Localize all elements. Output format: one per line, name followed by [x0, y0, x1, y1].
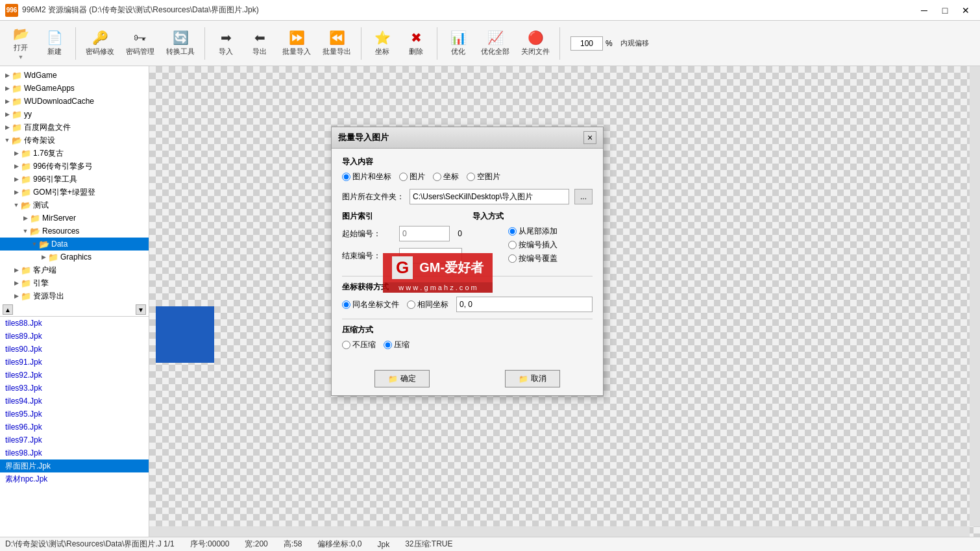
- file-item-tiles88[interactable]: tiles88.Jpk: [0, 317, 149, 330]
- convert-button[interactable]: 🔄 转换工具: [162, 25, 199, 62]
- new-button[interactable]: 📄 新建: [39, 25, 70, 62]
- radio-insert[interactable]: 按编号插入: [508, 239, 557, 251]
- tree-item-176[interactable]: ▶ 📁 1.76复古: [0, 147, 149, 160]
- index-method-section: 图片索引 起始编号： 0 结束编号： 导入方式 从尾部添加: [342, 211, 593, 271]
- coord-value-input[interactable]: [456, 297, 593, 312]
- radio-same-coords[interactable]: 相同坐标: [407, 299, 448, 310]
- scroll-up-button[interactable]: ▲: [3, 304, 13, 315]
- offset-button[interactable]: 内观偏移: [615, 25, 654, 62]
- tree-item-engine[interactable]: ▶ 📁 引擎: [0, 276, 149, 289]
- tree-item-wudownload[interactable]: ▶ 📁 WUDownloadCache: [0, 95, 149, 108]
- radio-append[interactable]: 从尾部添加: [508, 226, 557, 237]
- folder-browse-button[interactable]: ...: [574, 189, 593, 204]
- status-compression: 32压缩:TRUE: [405, 539, 452, 550]
- tree-item-wdgame[interactable]: ▶ 📁 WdGame: [0, 69, 149, 82]
- radio-same-name-coords[interactable]: 同名坐标文件: [342, 299, 399, 310]
- tree-item-996multi[interactable]: ▶ 📁 996传奇引擎多弓: [0, 160, 149, 173]
- horizontal-scrollbar[interactable]: [149, 526, 970, 537]
- file-item-npc[interactable]: 素材npc.Jpk: [0, 472, 149, 485]
- optimize-all-button[interactable]: 📈 优化全部: [476, 25, 514, 62]
- file-item-tiles95[interactable]: tiles95.Jpk: [0, 408, 149, 421]
- optimize-button[interactable]: 📊 优化: [443, 25, 474, 62]
- file-item-tiles90[interactable]: tiles90.Jpk: [0, 343, 149, 356]
- zoom-unit: %: [606, 39, 613, 48]
- close-file-button[interactable]: 🔴 关闭文件: [517, 25, 554, 62]
- radio-no-compress[interactable]: 不压缩: [342, 339, 376, 350]
- coords-button[interactable]: ⭐ 坐标: [367, 25, 398, 62]
- tree-item-data[interactable]: ▼ 📂 Data: [0, 238, 149, 251]
- tree-item-yy[interactable]: ▶ 📁 yy: [0, 108, 149, 121]
- confirm-label: 确定: [400, 373, 416, 384]
- compression-options: 不压缩 压缩: [342, 339, 593, 350]
- radio-compress[interactable]: 压缩: [384, 339, 410, 350]
- file-item-tiles96[interactable]: tiles96.Jpk: [0, 421, 149, 434]
- start-index-row: 起始编号： 0: [342, 226, 462, 241]
- zoom-input[interactable]: [570, 36, 603, 51]
- window-title: 996M2 资源编辑器 (D:\传奇架设\测试\Resources\Data\界…: [22, 5, 259, 16]
- maximize-button[interactable]: □: [936, 3, 954, 18]
- radio-empty-pic[interactable]: 空图片: [467, 171, 500, 182]
- password-modify-button[interactable]: 🔑 密码修改: [81, 25, 119, 62]
- tree-item-graphics[interactable]: ▶ 📁 Graphics: [0, 251, 149, 263]
- import-button[interactable]: ➡ 导入: [210, 25, 241, 62]
- close-button[interactable]: ✕: [957, 3, 975, 18]
- open-icon: 📂: [13, 26, 29, 42]
- file-item-ui[interactable]: 界面图片.Jpk: [0, 459, 149, 472]
- file-item-tiles94[interactable]: tiles94.Jpk: [0, 395, 149, 408]
- start-index-input[interactable]: [399, 226, 450, 241]
- sep-5: [559, 27, 560, 60]
- tree-item-mirserver[interactable]: ▶ 📁 MirServer: [0, 212, 149, 225]
- tree-item-gom[interactable]: ▶ 📁 GOM引擎+绿盟登: [0, 186, 149, 199]
- batch-import-icon: ⏩: [289, 30, 305, 45]
- radio-overwrite[interactable]: 按编号覆盖: [508, 253, 557, 264]
- file-item-tiles98[interactable]: tiles98.Jpk: [0, 447, 149, 459]
- coords-label: 坐标获得方式: [342, 282, 593, 293]
- radio-pic-and-coords[interactable]: 图片和坐标: [342, 171, 391, 182]
- delete-button[interactable]: ✖ 删除: [400, 25, 432, 62]
- tree-item-resexport[interactable]: ▶ 📁 资源导出: [0, 289, 149, 302]
- dialog-body: 导入内容 图片和坐标 图片 坐标 空图片 图片所在文件夹： ...: [332, 149, 603, 365]
- end-index-row: 结束编号：: [342, 248, 462, 263]
- tree-item-wegameapps[interactable]: ▶ 📁 WeGameApps: [0, 82, 149, 95]
- file-item-tiles92[interactable]: tiles92.Jpk: [0, 369, 149, 382]
- batch-export-button[interactable]: ⏪ 批量导出: [318, 25, 356, 62]
- confirm-button[interactable]: 📁 确定: [374, 370, 430, 387]
- sidebar-files[interactable]: tiles88.Jpk tiles89.Jpk tiles90.Jpk tile…: [0, 316, 149, 537]
- export-icon: ⬅: [254, 30, 265, 45]
- file-item-tiles91[interactable]: tiles91.Jpk: [0, 356, 149, 369]
- method-column: 导入方式 从尾部添加 按编号插入 按编号覆盖: [472, 211, 593, 271]
- password-manage-button[interactable]: 🗝 密码管理: [121, 25, 159, 62]
- coords-icon: ⭐: [374, 30, 391, 45]
- tree-item-client[interactable]: ▶ 📁 客户端: [0, 263, 149, 276]
- window-controls: ─ □ ✕: [915, 3, 975, 18]
- batch-import-button[interactable]: ⏩ 批量导入: [278, 25, 315, 62]
- scroll-down-button[interactable]: ▼: [136, 304, 146, 315]
- radio-coords-only[interactable]: 坐标: [433, 171, 459, 182]
- end-index-input[interactable]: [399, 248, 462, 263]
- export-button[interactable]: ⬅ 导出: [244, 25, 275, 62]
- tree-item-test[interactable]: ▼ 📂 测试: [0, 199, 149, 212]
- vertical-scrollbar[interactable]: [970, 66, 980, 526]
- sep-1: [75, 27, 76, 60]
- radio-pic-only[interactable]: 图片: [399, 171, 425, 182]
- sidebar-tree[interactable]: ▶ 📁 WdGame ▶ 📁 WeGameApps ▶ 📁 WUDownload…: [0, 66, 149, 303]
- minimize-button[interactable]: ─: [915, 3, 933, 18]
- file-item-tiles89[interactable]: tiles89.Jpk: [0, 330, 149, 343]
- tree-item-chuanqi[interactable]: ▼ 📂 传奇架设: [0, 134, 149, 147]
- cancel-button[interactable]: 📁 取消: [505, 370, 560, 387]
- canvas-image: [156, 306, 214, 363]
- tree-item-resources[interactable]: ▼ 📂 Resources: [0, 225, 149, 238]
- dialog-separator: [342, 276, 593, 276]
- tree-item-baidu[interactable]: ▶ 📁 百度网盘文件: [0, 121, 149, 134]
- compression-label: 压缩方式: [342, 324, 593, 336]
- folder-input[interactable]: [410, 189, 569, 204]
- tree-item-996tool[interactable]: ▶ 📁 996引擎工具: [0, 173, 149, 186]
- end-index-label: 结束编号：: [342, 251, 394, 262]
- dialog-close-button[interactable]: ×: [583, 131, 596, 144]
- open-button[interactable]: 📂 打开 ▼: [5, 25, 36, 62]
- file-item-tiles97[interactable]: tiles97.Jpk: [0, 434, 149, 447]
- status-height: 高:58: [284, 539, 302, 550]
- offset-label: 内观偏移: [620, 38, 649, 48]
- confirm-icon: 📁: [388, 374, 398, 384]
- file-item-tiles93[interactable]: tiles93.Jpk: [0, 382, 149, 395]
